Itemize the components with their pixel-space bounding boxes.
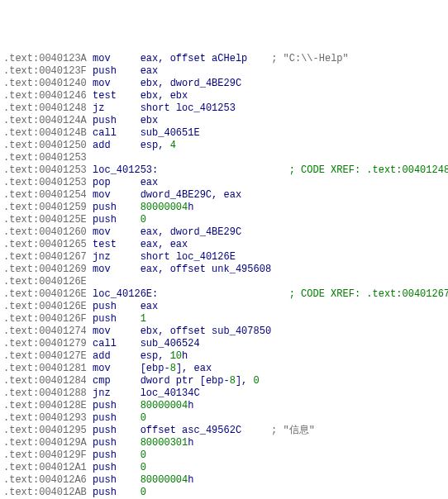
disasm-line[interactable]: .text:0040128E push 80000004h (3, 400, 448, 412)
punct: - (164, 363, 169, 374)
register: ebx (141, 90, 159, 102)
punct (176, 425, 182, 436)
disasm-line[interactable]: .text:0040126F push 1 (3, 313, 448, 326)
disasm-line[interactable]: .text:00401254 mov dword_4BE29C, eax (3, 189, 448, 202)
register: eax (141, 177, 159, 188)
mnemonic: push (93, 400, 117, 411)
disasm-line[interactable]: .text:0040125E push 0 (3, 214, 448, 226)
segment-address: .text:0040129A (3, 437, 87, 449)
register: esp (141, 140, 159, 151)
segment-address: .text:004012A1 (3, 462, 87, 473)
segment-address: .text:00401269 (3, 264, 87, 275)
disasm-line[interactable]: .text:0040126E push eax (3, 301, 448, 313)
segment-address: .text:00401259 (3, 202, 87, 213)
punct: [ (141, 363, 146, 374)
punct: , (158, 78, 169, 89)
punct: [ (193, 375, 205, 387)
identifier: asc_49562C (182, 425, 241, 436)
disasm-line[interactable]: .text:004012A6 push 80000004h (3, 474, 448, 487)
disasm-line[interactable]: .text:00401267 jnz short loc_40126E (3, 251, 448, 264)
disasm-line[interactable]: .text:0040126E loc_40126E: ; CODE XREF: … (3, 288, 448, 301)
segment-address: .text:0040128E (3, 400, 87, 411)
register: ebx (141, 78, 159, 89)
segment-address: .text:00401293 (3, 412, 87, 424)
segment-address: .text:00401248 (3, 102, 87, 114)
punct (206, 326, 212, 337)
disasm-line[interactable]: .text:00401293 push 0 (3, 412, 448, 425)
punct (170, 251, 176, 263)
disasm-line[interactable]: .text:00401288 jnz loc_40134C (3, 387, 448, 400)
disassembly-listing[interactable]: .text:0040123A mov eax, offset aCHelp ; … (3, 53, 448, 499)
disasm-line[interactable]: .text:00401259 push 80000004h (3, 202, 448, 214)
register: eax (141, 264, 159, 275)
segment-address: .text:00401260 (3, 226, 87, 238)
disasm-line[interactable]: .text:00401248 jz short loc_401253 (3, 102, 448, 115)
segment-address: .text:0040126E (3, 276, 87, 288)
number-literal: 4 (170, 140, 176, 151)
disasm-line[interactable]: .text:00401269 mov eax, offset unk_49560… (3, 264, 448, 276)
disasm-line[interactable]: .text:004012AB push 0 (3, 487, 448, 499)
mnemonic: call (93, 338, 117, 349)
punct (206, 53, 212, 64)
segment-address: .text:00401250 (3, 140, 87, 151)
identifier: loc_401253 (176, 102, 236, 114)
mnemonic: mov (93, 78, 111, 89)
mnemonic: push (93, 202, 117, 213)
segment-address: .text:0040123A (3, 53, 87, 64)
disasm-line[interactable]: .text:00401250 add esp, 4 (3, 140, 448, 152)
identifier: dword_4BE29C (170, 226, 241, 238)
mnemonic: push (93, 425, 117, 436)
disasm-line[interactable]: .text:004012A1 push 0 (3, 462, 448, 474)
disasm-line[interactable]: .text:00401246 test ebx, ebx (3, 90, 448, 102)
register: ebx (170, 90, 188, 102)
disasm-line[interactable]: .text:00401279 call sub_406524 (3, 338, 448, 350)
disasm-line[interactable]: .text:00401253 loc_401253: ; CODE XREF: … (3, 164, 448, 177)
disasm-line[interactable]: .text:0040126E (3, 276, 448, 288)
disasm-line[interactable]: .text:00401253 pop eax (3, 177, 448, 189)
mnemonic: add (93, 140, 111, 151)
disasm-line[interactable]: .text:0040124A push ebx (3, 115, 448, 127)
segment-address: .text:00401279 (3, 338, 87, 349)
number-literal: 80000301 (141, 437, 188, 449)
disasm-line[interactable]: .text:0040123A mov eax, offset aCHelp ; … (3, 53, 448, 65)
register: ebx (141, 115, 159, 126)
code-label[interactable]: loc_401253: (93, 164, 158, 176)
comment: ; "C:\\-Help" (271, 53, 349, 64)
number-literal: 1 (141, 313, 146, 325)
disasm-line[interactable]: .text:00401253 (3, 152, 448, 164)
number-literal: 0 (141, 449, 146, 461)
mnemonic: push (93, 474, 117, 486)
disasm-line[interactable]: .text:0040127E add esp, 10h (3, 350, 448, 363)
disasm-line[interactable]: .text:0040129F push 0 (3, 449, 448, 462)
segment-address: .text:0040123F (3, 65, 87, 77)
mnemonic: jnz (93, 387, 111, 399)
identifier: loc_40134C (141, 387, 200, 399)
disasm-line[interactable]: .text:00401281 mov [ebp-8], eax (3, 363, 448, 375)
identifier: sub_40651E (141, 127, 200, 139)
mnemonic: push (93, 214, 117, 226)
segment-address: .text:00401254 (3, 189, 87, 201)
mnemonic: push (93, 462, 117, 473)
disasm-line[interactable]: .text:00401295 push offset asc_49562C ; … (3, 425, 448, 437)
comment: ; "信息" (271, 425, 315, 436)
mnemonic: mov (93, 264, 111, 275)
segment-address: .text:00401246 (3, 90, 87, 102)
mnemonic: cmp (93, 375, 111, 387)
mnemonic: push (93, 412, 117, 424)
code-label[interactable]: loc_40126E: (93, 288, 158, 300)
disasm-line[interactable]: .text:00401284 cmp dword ptr [ebp-8], 0 (3, 375, 448, 387)
disasm-line[interactable]: .text:00401260 mov eax, dword_4BE29C (3, 226, 448, 239)
segment-address: .text:0040126F (3, 313, 87, 325)
segment-address: .text:00401267 (3, 251, 87, 263)
mnemonic: jz (93, 102, 104, 114)
disasm-line[interactable]: .text:00401274 mov ebx, offset sub_40785… (3, 326, 448, 338)
disasm-line[interactable]: .text:00401265 test eax, eax (3, 239, 448, 251)
mnemonic: push (93, 437, 117, 449)
disasm-line[interactable]: .text:0040123F push eax (3, 65, 448, 78)
identifier: h (188, 202, 193, 213)
disasm-line[interactable]: .text:0040129A push 80000301h (3, 437, 448, 449)
number-literal: 80000004 (141, 474, 188, 486)
disasm-line[interactable]: .text:00401240 mov ebx, dword_4BE29C (3, 78, 448, 90)
disasm-line[interactable]: .text:0040124B call sub_40651E (3, 127, 448, 140)
segment-address: .text:00401240 (3, 78, 87, 89)
